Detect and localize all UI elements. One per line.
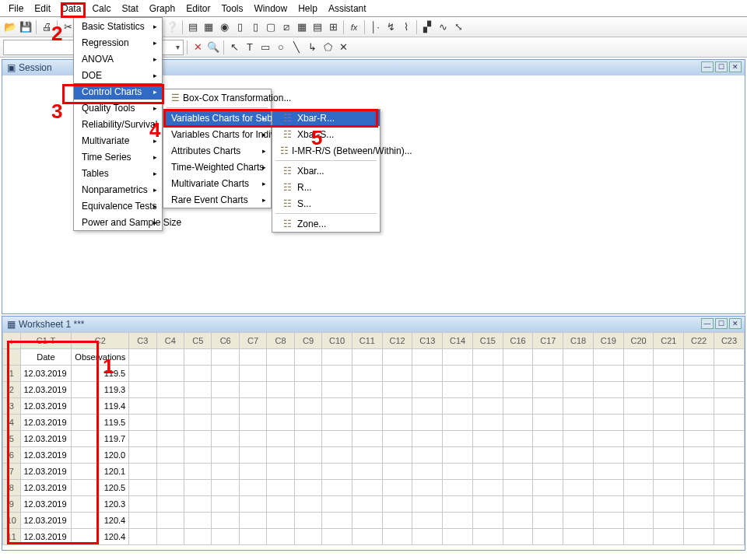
- menu-item[interactable]: ☷R...: [272, 179, 380, 195]
- cell-date[interactable]: 12.03.2019: [20, 513, 72, 529]
- header-date[interactable]: Date: [20, 349, 72, 366]
- cell-value[interactable]: 119.5: [72, 366, 129, 382]
- col-header[interactable]: C12: [382, 333, 412, 349]
- min-icon[interactable]: —: [701, 61, 714, 72]
- cell-date[interactable]: 12.03.2019: [20, 398, 72, 415]
- cell-value[interactable]: 120.1: [72, 464, 129, 480]
- fx-icon[interactable]: fx: [347, 20, 361, 34]
- col-header[interactable]: C1-T: [20, 333, 72, 349]
- tool-icon[interactable]: ▦: [202, 20, 216, 34]
- menu-item[interactable]: Variables Charts for Subgroups▸: [163, 110, 271, 126]
- cell-value[interactable]: 119.5: [72, 415, 129, 431]
- cell-value[interactable]: 119.7: [72, 431, 129, 447]
- row-header[interactable]: 3: [3, 398, 21, 415]
- col-header[interactable]: C11: [352, 333, 382, 349]
- chart-icon[interactable]: │·: [368, 20, 382, 34]
- menu-item[interactable]: Variables Charts for Individuals▸: [163, 126, 271, 142]
- tool-icon[interactable]: ▢: [264, 20, 278, 34]
- row-header[interactable]: 2: [3, 382, 21, 398]
- menu-item[interactable]: ☷Xbar...: [272, 163, 380, 179]
- menu-item[interactable]: Equivalence Tests▸: [74, 198, 162, 214]
- menu-item[interactable]: ☷Xbar-R...: [272, 110, 380, 126]
- col-header[interactable]: C4: [156, 333, 184, 349]
- cell-date[interactable]: 12.03.2019: [20, 496, 72, 513]
- close-icon[interactable]: ✕: [729, 318, 742, 329]
- variables-subgroups-menu[interactable]: ☷Xbar-R...☷Xbar-S...☷I-MR-R/S (Between/W…: [272, 109, 381, 233]
- menu-edit[interactable]: Edit: [29, 1, 56, 16]
- row-header[interactable]: 1: [3, 366, 21, 382]
- pointer-icon[interactable]: ↖: [227, 40, 241, 54]
- polygon-icon[interactable]: ⬠: [321, 40, 335, 54]
- col-header[interactable]: C18: [563, 333, 594, 349]
- col-header[interactable]: C15: [472, 333, 503, 349]
- col-header[interactable]: C7: [239, 333, 266, 349]
- menu-item[interactable]: ANOVA▸: [74, 51, 162, 67]
- menu-item[interactable]: Regression▸: [74, 34, 162, 51]
- cell-date[interactable]: 12.03.2019: [20, 464, 72, 480]
- control-charts-menu[interactable]: ☰Box-Cox Transformation...Variables Char…: [163, 89, 272, 208]
- menu-item[interactable]: ☷I-MR-R/S (Between/Within)...: [272, 142, 380, 159]
- menu-item[interactable]: DOE▸: [74, 67, 162, 83]
- chart-icon[interactable]: ⤡: [451, 20, 465, 34]
- row-header[interactable]: 8: [3, 480, 21, 496]
- rect-icon[interactable]: ▭: [258, 40, 272, 54]
- col-header[interactable]: C9: [294, 333, 321, 349]
- menu-item[interactable]: ☷Zone...: [272, 215, 380, 232]
- cell-value[interactable]: 120.5: [72, 480, 129, 496]
- cell-value[interactable]: 120.0: [72, 447, 129, 464]
- col-header[interactable]: C19: [593, 333, 623, 349]
- row-header[interactable]: 6: [3, 447, 21, 464]
- menu-item[interactable]: Attributes Charts▸: [163, 142, 271, 159]
- chart-icon[interactable]: ∿: [436, 20, 450, 34]
- close-icon[interactable]: ✕: [729, 61, 742, 72]
- menu-item[interactable]: Quality Tools▸: [74, 100, 162, 116]
- col-header[interactable]: C5: [184, 333, 212, 349]
- help-icon[interactable]: ❔: [165, 20, 179, 34]
- menu-item[interactable]: Basic Statistics▸: [74, 18, 162, 34]
- row-header[interactable]: 4: [3, 415, 21, 431]
- line-icon[interactable]: ╲: [289, 40, 303, 54]
- cell-date[interactable]: 12.03.2019: [20, 415, 72, 431]
- col-header[interactable]: C23: [714, 333, 744, 349]
- cell-value[interactable]: 119.4: [72, 398, 129, 415]
- menu-data[interactable]: Data: [56, 1, 86, 16]
- menu-item[interactable]: Time Series▸: [74, 149, 162, 165]
- row-header[interactable]: 7: [3, 464, 21, 480]
- cell-value[interactable]: 120.4: [72, 529, 129, 545]
- menu-item[interactable]: Multivariate Charts▸: [163, 175, 271, 191]
- menu-calc[interactable]: Calc: [86, 1, 116, 16]
- col-header[interactable]: C3: [129, 333, 156, 349]
- close-red-icon[interactable]: ✕: [191, 40, 205, 54]
- tool-icon[interactable]: ▯: [248, 20, 262, 34]
- min-icon[interactable]: —: [701, 318, 714, 329]
- menu-graph[interactable]: Graph: [144, 1, 181, 16]
- tool-icon[interactable]: ⊞: [326, 20, 340, 34]
- col-header[interactable]: C21: [654, 333, 684, 349]
- tool-icon[interactable]: ▤: [186, 20, 200, 34]
- row-header[interactable]: 11: [3, 529, 21, 545]
- menu-assistant[interactable]: Assistant: [323, 1, 372, 16]
- col-header[interactable]: C2: [72, 333, 129, 349]
- col-header[interactable]: C14: [443, 333, 473, 349]
- menu-item[interactable]: Power and Sample Size▸: [74, 214, 162, 230]
- menu-stat[interactable]: Stat: [116, 1, 143, 16]
- col-header[interactable]: C16: [503, 333, 533, 349]
- col-header[interactable]: C8: [267, 333, 294, 349]
- col-header[interactable]: C17: [533, 333, 563, 349]
- max-icon[interactable]: ☐: [715, 318, 728, 329]
- col-header[interactable]: C20: [623, 333, 654, 349]
- save-icon[interactable]: 💾: [19, 20, 33, 34]
- polyline-icon[interactable]: ↳: [305, 40, 319, 54]
- open-icon[interactable]: 📂: [3, 20, 17, 34]
- combo[interactable]: [160, 40, 184, 55]
- cell-value[interactable]: 120.4: [72, 513, 129, 529]
- chart-icon[interactable]: ⌇: [399, 20, 413, 34]
- header-observations[interactable]: Observations: [72, 349, 129, 366]
- tool-icon[interactable]: ▯: [233, 20, 247, 34]
- cell-value[interactable]: 119.3: [72, 382, 129, 398]
- menu-item[interactable]: ☷Xbar-S...: [272, 126, 380, 142]
- tool-icon[interactable]: ▦: [295, 20, 309, 34]
- menu-item[interactable]: ☷S...: [272, 195, 380, 212]
- menu-editor[interactable]: Editor: [181, 1, 216, 16]
- cell-value[interactable]: 120.3: [72, 496, 129, 513]
